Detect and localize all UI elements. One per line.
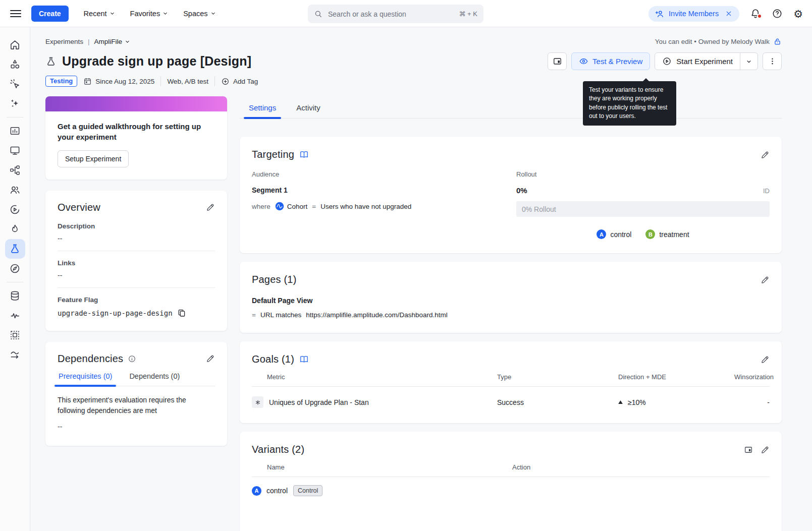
description-value: -- — [58, 234, 215, 243]
panel-icon[interactable] — [744, 445, 753, 454]
panel-icon — [553, 56, 562, 66]
edit-targeting-button[interactable] — [761, 150, 770, 159]
database-icon — [9, 290, 21, 302]
goal-row[interactable]: Uniques of Upgrade Plan - Stan Success ≥… — [252, 387, 770, 409]
favorites-menu[interactable]: Favorites — [130, 10, 169, 18]
guide-text: Get a guided walkthrough for setting up … — [58, 121, 215, 143]
sidebar-item-objects[interactable] — [5, 54, 25, 74]
sidebar-item-ai[interactable] — [5, 94, 25, 113]
sidebar-item-heatmap[interactable] — [5, 219, 25, 239]
pencil-icon[interactable] — [761, 445, 770, 454]
page-url-rule: = URL matches https://amplifile.amplitud… — [252, 311, 770, 319]
variants-header-name: Name — [252, 463, 512, 471]
cohort-chip[interactable]: Cohort — [275, 202, 308, 211]
sidebar-item-home[interactable] — [5, 35, 25, 54]
experiment-tags: Web, A/B test — [167, 78, 208, 85]
close-icon[interactable] — [725, 10, 733, 18]
recent-menu-label: Recent — [84, 10, 107, 18]
docs-book-icon[interactable] — [299, 150, 309, 159]
recent-menu[interactable]: Recent — [84, 10, 115, 18]
create-button[interactable]: Create — [31, 6, 69, 22]
docs-book-icon[interactable] — [299, 355, 309, 364]
breadcrumb-section[interactable]: Experiments — [45, 38, 83, 45]
help-button[interactable] — [772, 8, 783, 19]
sidebar-item-frame[interactable] — [5, 325, 25, 345]
asterisk-icon — [255, 399, 261, 405]
setup-experiment-button[interactable]: Setup Experiment — [58, 150, 129, 167]
add-tag-button[interactable]: Add Tag — [221, 77, 258, 86]
sidebar-item-journeys[interactable] — [5, 160, 25, 180]
breadcrumb-project-selector[interactable]: AmpliFile — [94, 38, 131, 45]
breadcrumb-divider: | — [88, 38, 90, 45]
copy-icon[interactable] — [177, 309, 186, 318]
feature-flag-label: Feature Flag — [58, 296, 215, 304]
tab-settings[interactable]: Settings — [248, 99, 277, 118]
monitor-icon — [9, 145, 21, 156]
meta-divider — [160, 76, 161, 86]
sidebar-item-experiment[interactable] — [5, 239, 25, 259]
edit-overview-button[interactable] — [206, 203, 215, 212]
plus-circle-icon — [221, 77, 230, 86]
sidebar-item-session-replay[interactable] — [5, 200, 25, 219]
kebab-menu-icon — [768, 56, 777, 66]
sidebar-item-web-experiments[interactable] — [5, 74, 25, 94]
lock-icon[interactable] — [773, 37, 782, 46]
tab-activity[interactable]: Activity — [295, 99, 321, 118]
legend-treatment-label: treatment — [659, 230, 689, 239]
compass-icon — [9, 263, 21, 274]
hamburger-menu-icon[interactable] — [10, 8, 21, 19]
start-experiment-button[interactable]: Start Experiment — [655, 53, 740, 70]
global-search[interactable]: ⌘ + K — [308, 5, 483, 23]
variants-table: Name Action A control Control — [252, 463, 770, 504]
info-icon[interactable] — [128, 355, 136, 363]
rollout-progress-bar[interactable]: 0% Rollout — [516, 201, 770, 217]
sidebar-item-loop[interactable] — [5, 345, 25, 365]
sidebar-item-signals[interactable] — [5, 306, 25, 325]
rollout-value: 0% — [516, 186, 527, 195]
edit-dependencies-button[interactable] — [206, 354, 215, 363]
goals-table: Metric Type Direction + MDE Winsorizatio… — [252, 373, 770, 409]
rollout-placeholder: 0% Rollout — [522, 205, 556, 213]
edit-goals-button[interactable] — [761, 355, 770, 364]
variant-legend: A control B treatment — [516, 229, 770, 239]
tab-prerequisites[interactable]: Prerequisites (0) — [58, 372, 113, 386]
start-experiment-label: Start Experiment — [676, 57, 733, 66]
flow-diagram-icon — [9, 164, 21, 176]
variants-title: Variants (2) — [252, 444, 304, 455]
sidebar-item-screens[interactable] — [5, 141, 25, 160]
invite-members-button[interactable]: Invite Members — [648, 6, 739, 22]
goal-winsorization: - — [734, 398, 770, 406]
settings-gear-icon[interactable]: ⚙ — [793, 9, 803, 19]
variants-header-action: Action — [512, 463, 770, 471]
side-panel-button[interactable] — [548, 52, 567, 70]
goal-type: Success — [497, 398, 618, 406]
sparkles-icon — [9, 98, 21, 109]
tab-dependents[interactable]: Dependents (0) — [128, 372, 181, 386]
segment-name: Segment 1 — [252, 186, 516, 194]
where-label: where — [252, 203, 270, 210]
pencil-icon — [761, 150, 770, 159]
variant-row[interactable]: A control Control — [252, 477, 770, 504]
variant-name: control — [266, 487, 288, 495]
test-preview-tooltip: Test your variants to ensure they are wo… — [583, 81, 676, 126]
spaces-menu[interactable]: Spaces — [183, 10, 215, 18]
sidebar-item-analytics[interactable] — [5, 121, 25, 141]
start-experiment-caret[interactable] — [740, 53, 757, 70]
test-preview-button[interactable]: Test & Preview — [571, 52, 650, 70]
notifications-button[interactable] — [750, 8, 761, 19]
favorites-menu-label: Favorites — [130, 10, 160, 18]
goals-header-direction: Direction + MDE — [618, 373, 734, 381]
play-circle-icon — [662, 56, 672, 66]
sidebar-item-data[interactable] — [5, 286, 25, 306]
invite-members-label: Invite Members — [669, 10, 719, 18]
status-badge[interactable]: Testing — [45, 76, 77, 87]
sidebar-item-audiences[interactable] — [5, 180, 25, 200]
spaces-menu-label: Spaces — [183, 10, 207, 18]
cohort-label: Cohort — [287, 203, 308, 210]
edit-pages-button[interactable] — [761, 275, 770, 284]
goal-metric-name: Uniques of Upgrade Plan - Stan — [269, 398, 369, 406]
sidebar-item-discover[interactable] — [5, 259, 25, 278]
more-actions-button[interactable] — [763, 52, 782, 70]
search-input[interactable] — [327, 10, 455, 19]
chevron-down-icon — [210, 11, 216, 16]
